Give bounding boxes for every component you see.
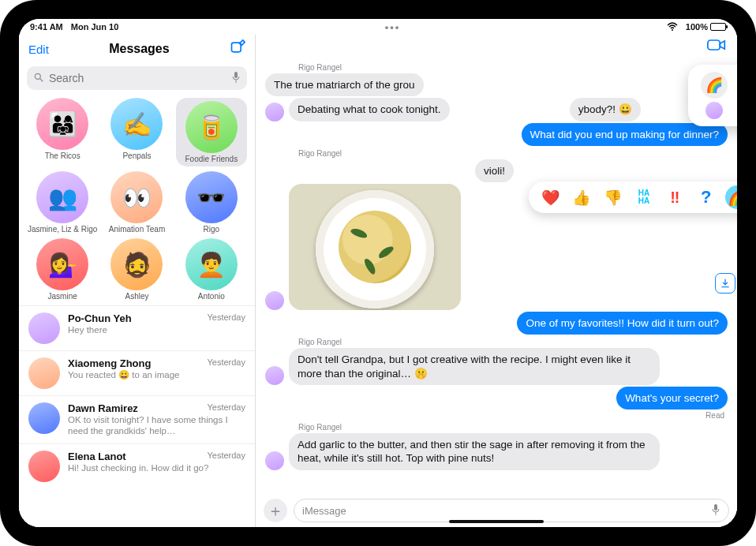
search-field[interactable]: [27, 66, 247, 90]
message-bubble[interactable]: The true matriarch of the grou: [265, 73, 424, 96]
tapback-option[interactable]: 👍: [570, 185, 593, 209]
dictation-icon[interactable]: [711, 503, 720, 518]
conversation-preview: Hey there: [68, 324, 245, 335]
sender-label: Rigo Rangel: [298, 338, 728, 346]
home-indicator[interactable]: [449, 520, 544, 523]
wifi-icon: [667, 22, 678, 32]
tapback-option[interactable]: 🌈: [725, 185, 737, 209]
conversation-row[interactable]: Xiaomeng Zhong Yesterday You reacted 😀 t…: [19, 350, 255, 395]
conversation-row[interactable]: Po-Chun Yeh Yesterday Hey there: [19, 305, 255, 350]
svg-line-3: [40, 78, 43, 81]
sender-label: Rigo Rangel: [298, 423, 728, 432]
messages-sidebar: Edit Messages 👨‍👩‍👧 The Ricos✍️ Penpals🥫: [19, 35, 256, 527]
pin-avatar: 👨‍👩‍👧: [36, 98, 88, 150]
pinned-conversation[interactable]: 🧔 Ashley: [101, 238, 172, 301]
message-placeholder: iMessage: [302, 505, 346, 517]
status-date: Mon Jun 10: [71, 22, 119, 32]
pin-avatar: ✍️: [110, 98, 163, 150]
pinned-conversation[interactable]: 🧑‍🦱 Antonio: [176, 238, 247, 301]
conversation-row[interactable]: Elena Lanot Yesterday Hi! Just checking …: [19, 443, 255, 488]
conversation-avatar: [28, 451, 60, 482]
attachments-icon[interactable]: ＋: [264, 499, 287, 522]
status-time: 9:41 AM: [30, 22, 63, 32]
tapback-option[interactable]: ❤️: [539, 185, 563, 209]
pin-label: Foodie Friends: [185, 155, 238, 163]
pin-label: Antonio: [198, 292, 225, 301]
pin-label: Animation Team: [109, 225, 166, 234]
battery-percent: 100%: [686, 22, 708, 32]
image-message[interactable]: [289, 184, 461, 310]
message-bubble[interactable]: Add garlic to the butter, and then stir …: [289, 433, 660, 470]
tapback-option[interactable]: HAHA: [632, 185, 656, 209]
facetime-icon[interactable]: [707, 38, 726, 55]
conversation-time: Yesterday: [207, 451, 245, 462]
svg-point-0: [672, 29, 673, 31]
conversation-avatar: [28, 357, 60, 389]
pinned-conversation[interactable]: 👀 Animation Team: [101, 171, 172, 234]
pin-label: Jasmine, Liz & Rigo: [28, 225, 97, 234]
sender-label: Rigo Rangel: [298, 149, 728, 158]
pin-avatar: 👥: [36, 171, 88, 223]
message-avatar[interactable]: [265, 451, 284, 470]
pinned-conversation[interactable]: 👥 Jasmine, Liz & Rigo: [27, 171, 98, 234]
pin-avatar: 👀: [110, 171, 163, 223]
compose-icon[interactable]: [230, 39, 245, 58]
conversation-time: Yesterday: [207, 402, 245, 414]
status-bar: 9:41 AM Mon Jun 10 ••• 100%: [19, 19, 737, 35]
message-bubble[interactable]: Debating what to cook tonight.: [289, 98, 450, 121]
conversation-name: Elena Lanot: [68, 451, 126, 462]
dictation-icon[interactable]: [231, 71, 241, 86]
conversation-row[interactable]: Dawn Ramirez Yesterday OK to visit tonig…: [19, 395, 255, 443]
pin-label: Penpals: [122, 151, 151, 160]
svg-rect-4: [234, 72, 238, 78]
svg-rect-8: [714, 504, 717, 510]
message-input[interactable]: iMessage: [294, 499, 729, 522]
pin-avatar: 🥫: [185, 101, 238, 153]
tapback-option[interactable]: ?: [694, 185, 718, 209]
pinned-conversation[interactable]: ✍️ Penpals: [101, 98, 172, 166]
pin-label: Ashley: [125, 292, 148, 301]
pin-label: The Ricos: [45, 151, 80, 160]
tapback-detail-avatar: [705, 102, 723, 119]
pin-label: Rigo: [204, 225, 220, 234]
conversation-time: Yesterday: [207, 312, 245, 324]
pin-avatar: 🧑‍🦱: [185, 238, 238, 290]
pinned-conversation[interactable]: 👨‍👩‍👧 The Ricos: [27, 98, 98, 166]
tapback-option[interactable]: 👎: [601, 185, 625, 209]
tapback-picker[interactable]: ❤️👍👎HAHA‼?🌈: [529, 181, 737, 213]
multitask-dots-icon[interactable]: •••: [385, 21, 401, 33]
edit-button[interactable]: Edit: [28, 43, 49, 56]
tapback-detail-popover: 🌈 💗: [688, 65, 737, 126]
message-bubble[interactable]: violi!: [475, 159, 514, 182]
read-receipt: Read: [265, 411, 724, 420]
save-image-icon[interactable]: [715, 273, 735, 294]
pin-label: Jasmine: [48, 292, 77, 301]
message-avatar[interactable]: [265, 103, 284, 122]
svg-rect-6: [708, 40, 720, 50]
message-bubble[interactable]: ybody?! 😀: [570, 98, 641, 121]
app-title: Messages: [109, 42, 170, 56]
sent-message-bubble[interactable]: What's your secret?: [616, 387, 728, 410]
svg-point-2: [35, 73, 40, 79]
search-icon: [33, 72, 44, 85]
message-bubble[interactable]: Don't tell Grandpa, but I got creative w…: [289, 348, 660, 385]
pinned-conversation[interactable]: 💁‍♀️ Jasmine: [27, 238, 98, 301]
message-avatar[interactable]: [265, 366, 284, 385]
sent-message-bubble[interactable]: One of my favorites!! How did it turn ou…: [517, 312, 728, 335]
tapback-option[interactable]: ‼: [663, 185, 687, 209]
chat-pane: 🌈 💗 Rigo Rangel The true matriarch of th…: [256, 35, 737, 527]
sent-message-bubble[interactable]: What did you end up making for dinner?: [522, 123, 728, 146]
battery-icon: [710, 23, 726, 31]
search-input[interactable]: [49, 72, 226, 84]
conversation-preview: You reacted 😀 to an image: [68, 369, 245, 380]
message-avatar[interactable]: [265, 291, 284, 310]
sender-label: Rigo Rangel: [298, 63, 728, 72]
pinned-conversation[interactable]: 🥫 Foodie Friends: [176, 98, 247, 166]
conversation-avatar: [28, 402, 60, 434]
conversation-time: Yesterday: [207, 357, 245, 369]
conversation-preview: OK to visit tonight? I have some things …: [68, 414, 245, 437]
conversation-avatar: [28, 312, 60, 344]
svg-rect-7: [721, 286, 728, 287]
conversation-name: Xiaomeng Zhong: [68, 357, 151, 369]
pinned-conversation[interactable]: 🕶️ Rigo: [176, 171, 247, 234]
